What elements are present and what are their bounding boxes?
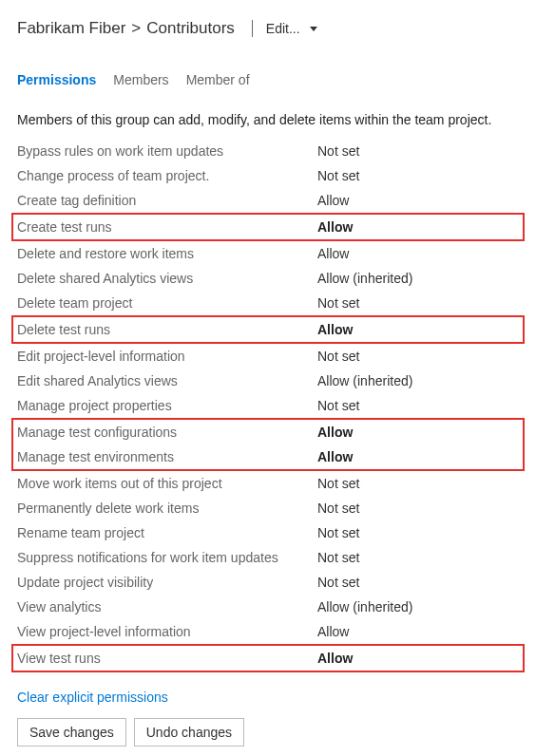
permission-label: Suppress notifications for work item upd… [17,550,317,565]
permission-value[interactable]: Not set [317,143,519,159]
permission-value[interactable]: Allow [317,219,519,235]
permission-row[interactable]: Create tag definitionAllow [11,188,525,213]
highlighted-permission-group: Delete test runsAllow [11,315,525,344]
permission-label: Rename team project [17,525,317,540]
permission-row[interactable]: Edit shared Analytics viewsAllow (inheri… [11,369,525,393]
highlighted-permission-group: Manage test configurationsAllowManage te… [11,418,525,471]
permission-value[interactable]: Not set [317,501,519,516]
permission-value[interactable]: Allow [317,425,519,440]
button-row: Save changes Undo changes [0,718,536,756]
permission-value[interactable]: Not set [317,550,519,565]
permission-value[interactable]: Allow (inherited) [317,373,519,388]
breadcrumb-group[interactable]: Contributors [146,19,235,38]
permission-value[interactable]: Not set [317,295,519,311]
permission-label: View analytics [17,599,317,614]
permission-label: Change process of team project. [17,168,317,183]
breadcrumb: Fabrikam Fiber > Contributors [17,19,235,38]
permission-row[interactable]: View analyticsAllow (inherited) [11,595,525,619]
permission-row[interactable]: Change process of team project.Not set [11,163,525,188]
permission-label: Edit shared Analytics views [17,373,317,388]
permission-row[interactable]: Manage project propertiesNot set [11,393,525,418]
permission-label: Manage project properties [17,398,317,413]
chevron-down-icon [310,27,317,31]
permission-row[interactable]: Manage test environmentsAllow [13,444,523,469]
tab-permissions[interactable]: Permissions [17,72,96,89]
breadcrumb-project[interactable]: Fabrikam Fiber [17,19,125,38]
permission-label: Create tag definition [17,193,317,208]
permission-label: Manage test configurations [17,425,317,440]
permission-row[interactable]: Move work items out of this projectNot s… [11,471,525,496]
permission-row[interactable]: Rename team projectNot set [11,520,525,545]
permission-label: Delete test runs [17,322,317,337]
permission-label: View project-level information [17,624,317,639]
permission-label: Permanently delete work items [17,501,317,516]
permission-row[interactable]: Suppress notifications for work item upd… [11,545,525,570]
permission-row[interactable]: Delete shared Analytics viewsAllow (inhe… [11,266,525,291]
permission-label: Delete team project [17,295,317,311]
permission-value[interactable]: Not set [317,349,519,364]
permission-row[interactable]: Create test runsAllow [13,215,523,239]
permission-row[interactable]: Delete team projectNot set [11,291,525,315]
permission-label: Bypass rules on work item updates [17,143,317,159]
breadcrumb-separator: > [131,19,141,38]
edit-dropdown-button[interactable]: Edit... [266,21,317,36]
save-changes-button[interactable]: Save changes [17,718,126,747]
group-description: Members of this group can add, modify, a… [0,97,536,139]
permissions-list: Bypass rules on work item updatesNot set… [0,139,536,672]
permission-row[interactable]: Delete test runsAllow [13,317,523,342]
permission-value[interactable]: Allow [317,651,519,666]
permission-row[interactable]: Bypass rules on work item updatesNot set [11,139,525,163]
permission-row[interactable]: Delete and restore work itemsAllow [11,241,525,266]
highlighted-permission-group: Create test runsAllow [11,213,525,241]
tab-members[interactable]: Members [113,72,168,89]
permission-label: View test runs [17,651,317,666]
permission-value[interactable]: Allow [317,449,519,464]
permission-label: Edit project-level information [17,349,317,364]
permission-label: Manage test environments [17,449,317,464]
header: Fabrikam Fiber > Contributors Edit... [0,0,536,44]
permission-value[interactable]: Allow (inherited) [317,599,519,614]
permission-value[interactable]: Not set [317,575,519,590]
edit-label: Edit... [266,21,300,36]
permission-row[interactable]: View test runsAllow [13,646,523,671]
permission-label: Delete and restore work items [17,246,317,261]
header-divider [252,20,253,37]
permission-label: Update project visibility [17,575,317,590]
permission-value[interactable]: Allow [317,322,519,337]
permission-row[interactable]: View project-level informationAllow [11,619,525,644]
highlighted-permission-group: View test runsAllow [11,644,525,672]
permission-row[interactable]: Update project visibilityNot set [11,570,525,595]
permission-row[interactable]: Manage test configurationsAllow [13,420,523,444]
permission-label: Move work items out of this project [17,476,317,491]
permission-row[interactable]: Edit project-level informationNot set [11,344,525,369]
tab-member-of[interactable]: Member of [186,72,250,89]
permission-value[interactable]: Allow [317,624,519,639]
permission-row[interactable]: Permanently delete work itemsNot set [11,496,525,520]
clear-explicit-permissions-link[interactable]: Clear explicit permissions [0,672,536,718]
permission-label: Create test runs [17,219,317,235]
tabs: Permissions Members Member of [0,44,536,97]
permission-value[interactable]: Allow [317,193,519,208]
permission-value[interactable]: Allow [317,246,519,261]
permission-value[interactable]: Allow (inherited) [317,271,519,286]
permission-value[interactable]: Not set [317,476,519,491]
permission-value[interactable]: Not set [317,525,519,540]
permission-value[interactable]: Not set [317,398,519,413]
undo-changes-button[interactable]: Undo changes [134,718,244,747]
permission-label: Delete shared Analytics views [17,271,317,286]
permission-value[interactable]: Not set [317,168,519,183]
